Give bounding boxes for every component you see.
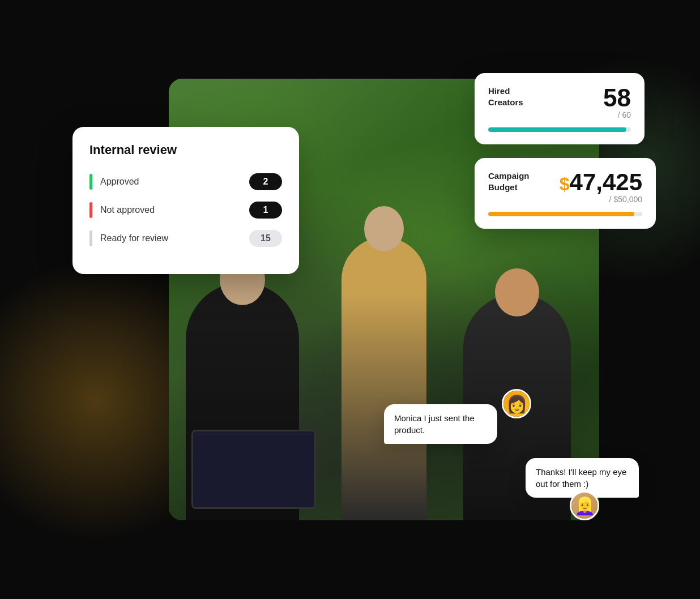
budget-progress-fill: [488, 212, 634, 216]
avatar-reply-icon: 👱‍♀️: [571, 493, 597, 519]
not-approved-bar: [89, 202, 92, 218]
person-center: [342, 237, 426, 520]
budget-card: Campaign Budget $ 47,425 / $50,000: [475, 158, 656, 229]
approved-label: Approved: [100, 177, 249, 187]
ready-bar: [89, 230, 92, 246]
ready-badge: 15: [249, 230, 282, 247]
approved-badge: 2: [249, 173, 282, 190]
avatar-monica: 👩: [502, 389, 531, 418]
hired-progress-fill: [488, 127, 626, 132]
review-row-ready: Ready for review 15: [89, 230, 282, 247]
hired-label: Hired Creators: [488, 85, 523, 108]
internal-review-title: Internal review: [89, 143, 282, 157]
budget-currency: $: [560, 174, 570, 195]
hired-creators-card: Hired Creators 58 / 60: [475, 73, 644, 144]
hired-value-group: 58 / 60: [603, 85, 631, 119]
hired-progress-track: [488, 127, 631, 132]
budget-label: Campaign Budget: [488, 170, 530, 192]
avatar-monica-icon: 👩: [503, 391, 530, 417]
ready-label: Ready for review: [100, 233, 249, 243]
review-row-approved: Approved 2: [89, 173, 282, 190]
scene: Internal review Approved 2 Not approved …: [72, 45, 628, 554]
review-row-not-approved: Not approved 1: [89, 202, 282, 219]
budget-progress-track: [488, 212, 642, 216]
chat-bubble-sent: Monica I just sent the product.: [384, 404, 497, 444]
budget-stat-header: Campaign Budget $ 47,425 / $50,000: [488, 170, 642, 204]
hired-stat-header: Hired Creators 58 / 60: [488, 85, 631, 119]
avatar-reply-user: 👱‍♀️: [570, 491, 599, 520]
budget-value: 47,425: [570, 170, 642, 194]
approved-bar: [89, 174, 92, 190]
hired-value: 58: [603, 85, 631, 110]
laptop: [191, 430, 316, 509]
not-approved-label: Not approved: [100, 205, 249, 215]
budget-sub: / $50,000: [560, 195, 642, 204]
not-approved-badge: 1: [249, 202, 282, 219]
budget-value-group: $ 47,425 / $50,000: [560, 170, 642, 204]
internal-review-card: Internal review Approved 2 Not approved …: [72, 127, 299, 274]
hired-sub: / 60: [603, 110, 631, 119]
